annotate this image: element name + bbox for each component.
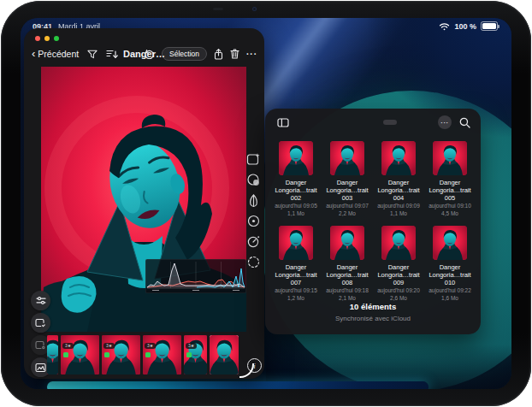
file-thumbnail xyxy=(279,141,313,175)
file-size: 2,1 Mo xyxy=(339,295,356,302)
file-size: 1,6 Mo xyxy=(441,295,458,302)
battery-percent: 100 % xyxy=(454,22,476,31)
photo-editor-window: ‹ Précédent Danger… xyxy=(24,28,264,379)
file-thumbnail xyxy=(279,226,313,260)
window-controls[interactable] xyxy=(35,36,59,41)
ipad-device: 09:41 Mardi 1 avril 100 % xyxy=(0,0,532,407)
file-thumbnail xyxy=(433,141,467,175)
files-more-button[interactable]: ··· xyxy=(438,115,452,129)
file-thumbnail xyxy=(381,141,416,175)
file-name: Danger Longoria…trait 008 xyxy=(323,263,371,286)
trash-icon[interactable] xyxy=(230,49,239,59)
file-thumbnail xyxy=(381,226,416,260)
wifi-icon xyxy=(439,22,450,31)
file-date: aujourd'hui 09:07 xyxy=(326,203,369,209)
filter-funnel-icon[interactable] xyxy=(87,50,98,59)
filmstrip-thumbnail[interactable] xyxy=(47,335,58,375)
histogram-panel xyxy=(145,259,246,293)
files-tab[interactable] xyxy=(349,120,363,125)
file-name: Danger Longoria…trait 010 xyxy=(426,263,474,286)
file-size: 2,6 Mo xyxy=(390,295,407,302)
sidebar-toggle-icon[interactable] xyxy=(277,118,289,127)
filters-icon[interactable] xyxy=(246,173,261,187)
auto-enhance-icon[interactable] xyxy=(246,152,261,167)
file-date: aujourd'hui 09:05 xyxy=(275,203,317,209)
photo-canvas[interactable] xyxy=(41,67,246,332)
file-date: aujourd'hui 09:20 xyxy=(377,287,420,294)
search-icon[interactable] xyxy=(459,117,470,128)
filmstrip: 3★ 3★ 3★ 3★ xyxy=(47,335,251,375)
file-thumbnail xyxy=(330,141,364,175)
filmstrip-thumbnail[interactable] xyxy=(210,335,239,375)
file-name: Danger Longoria…trait 005 xyxy=(426,179,474,202)
adjustments-button[interactable] xyxy=(31,291,50,310)
background-window-glow xyxy=(47,381,429,389)
minimize-dot[interactable] xyxy=(44,36,50,41)
files-browser-window: ··· Danger Long xyxy=(265,109,481,334)
thumbnail-image xyxy=(330,226,364,260)
files-tab[interactable] xyxy=(383,120,397,125)
edited-indicator xyxy=(63,352,68,357)
document-title: Danger… xyxy=(123,49,165,59)
files-grid: Danger Longoria…trait 002 aujourd'hui 09… xyxy=(272,141,474,302)
filmstrip-thumbnail[interactable]: 3★ xyxy=(184,335,207,375)
thumbnail-image xyxy=(433,141,467,175)
item-count: 10 éléments xyxy=(265,302,481,311)
rating-badge: 3★ xyxy=(186,343,197,349)
more-icon[interactable]: ··· xyxy=(246,50,257,59)
dial-adjust-icon[interactable] xyxy=(246,234,261,249)
files-footer: 10 éléments Synchronisé avec iCloud xyxy=(265,302,481,322)
battery-icon xyxy=(481,21,498,31)
editor-toolbar: ‹ Précédent Danger… xyxy=(24,43,264,65)
thumbnail-image xyxy=(279,226,313,260)
rating-badge: 3★ xyxy=(145,343,156,349)
zoom-dot[interactable] xyxy=(54,36,59,41)
file-date: aujourd'hui 09:18 xyxy=(326,287,369,294)
thumbnail-image xyxy=(381,226,416,260)
sort-icon[interactable] xyxy=(106,50,118,59)
back-button[interactable]: ‹ Précédent xyxy=(32,49,79,59)
sync-status: Synchronisé avec iCloud xyxy=(265,315,481,322)
file-size: 1,1 Mo xyxy=(287,210,304,217)
lasso-select-icon[interactable] xyxy=(246,255,261,269)
file-item[interactable]: Danger Longoria…trait 002 aujourd'hui 09… xyxy=(272,141,320,217)
file-size: 4,5 Mo xyxy=(441,210,458,217)
rating-badge: 3★ xyxy=(62,343,74,349)
file-date: aujourd'hui 09:22 xyxy=(429,287,471,294)
transform-icon[interactable] xyxy=(246,193,261,208)
file-thumbnail xyxy=(433,226,467,260)
file-name: Danger Longoria…trait 009 xyxy=(375,263,423,286)
file-name: Danger Longoria…trait 002 xyxy=(272,179,320,202)
chevron-left-icon: ‹ xyxy=(32,50,35,58)
files-tabs xyxy=(349,120,397,125)
file-item[interactable]: Danger Longoria…trait 003 aujourd'hui 09… xyxy=(323,141,371,217)
filmstrip-thumbnail[interactable]: 3★ xyxy=(102,335,140,375)
front-camera xyxy=(252,7,257,11)
close-dot[interactable] xyxy=(35,36,40,41)
file-item[interactable]: Danger Longoria…trait 008 aujourd'hui 09… xyxy=(323,226,371,302)
share-icon[interactable] xyxy=(214,49,223,60)
filmstrip-thumbnail[interactable]: 3★ xyxy=(143,335,181,375)
histogram-chart xyxy=(145,259,246,293)
corner-gesture-arc xyxy=(239,363,254,378)
file-date: aujourd'hui 09:10 xyxy=(429,203,471,209)
selection-button[interactable]: Sélection xyxy=(162,47,207,61)
thumbnail-image xyxy=(381,141,416,175)
file-item[interactable]: Danger Longoria…trait 007 aujourd'hui 09… xyxy=(272,226,320,302)
file-name: Danger Longoria…trait 007 xyxy=(272,263,320,286)
files-tab[interactable] xyxy=(366,120,380,125)
file-item[interactable]: Danger Longoria…trait 009 aujourd'hui 09… xyxy=(375,226,423,302)
thumbnail-image xyxy=(330,141,364,175)
filmstrip-thumbnail[interactable]: 3★ xyxy=(61,335,99,375)
edited-indicator xyxy=(186,352,192,357)
file-item[interactable]: Danger Longoria…trait 010 aujourd'hui 09… xyxy=(426,226,474,302)
file-item[interactable]: Danger Longoria…trait 004 aujourd'hui 09… xyxy=(375,141,423,217)
file-date: aujourd'hui 09:09 xyxy=(377,203,420,209)
edit-tool-rail xyxy=(245,152,262,269)
selective-color-icon[interactable] xyxy=(246,214,261,228)
thumbnail-image xyxy=(210,335,239,375)
back-label: Précédent xyxy=(38,49,79,59)
file-item[interactable]: Danger Longoria…trait 005 aujourd'hui 09… xyxy=(426,141,474,217)
export-done-button[interactable] xyxy=(31,313,50,333)
edited-indicator xyxy=(145,352,151,357)
